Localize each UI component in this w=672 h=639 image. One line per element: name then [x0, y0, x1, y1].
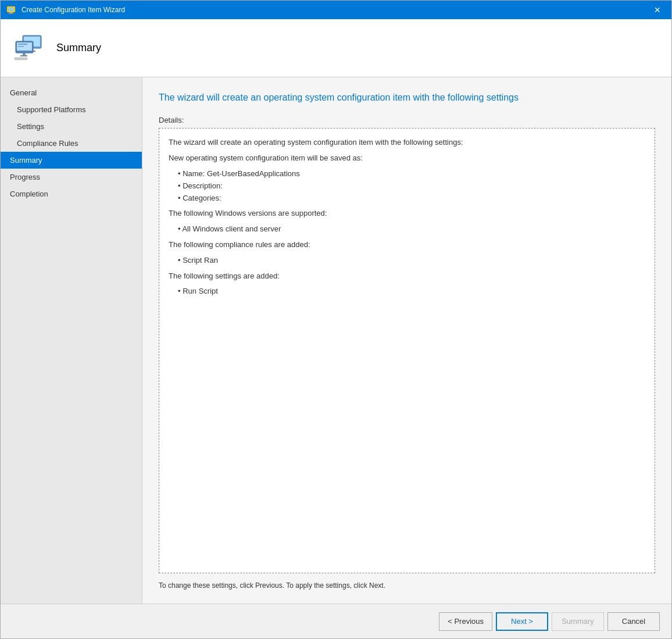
wizard-header-title: Summary: [56, 42, 101, 54]
details-windows-list: All Windows client and server: [178, 223, 645, 235]
list-item: Categories:: [178, 192, 645, 205]
list-item: Script Ran: [178, 255, 645, 267]
svg-rect-1: [8, 8, 14, 11]
details-settings-list: Run Script: [178, 285, 645, 298]
wizard-header: Summary: [1, 19, 671, 77]
summary-button[interactable]: Summary: [552, 612, 604, 631]
sidebar-item-compliance-rules[interactable]: Compliance Rules: [1, 135, 142, 152]
details-new-item-list: Name: Get-UserBasedApplications Descript…: [178, 168, 645, 204]
sidebar-item-settings[interactable]: Settings: [1, 118, 142, 135]
main-title: The wizard will create an operating syst…: [159, 91, 655, 104]
sidebar-item-completion[interactable]: Completion: [1, 185, 142, 202]
sidebar-item-progress[interactable]: Progress: [1, 169, 142, 185]
svg-rect-11: [20, 55, 27, 56]
sidebar: General Supported Platforms Settings Com…: [1, 77, 142, 604]
sidebar-item-general[interactable]: General: [1, 84, 142, 101]
list-item: Name: Get-UserBasedApplications: [178, 168, 645, 180]
sidebar-item-supported-platforms[interactable]: Supported Platforms: [1, 101, 142, 118]
next-button[interactable]: Next >: [496, 612, 548, 631]
svg-rect-3: [8, 13, 14, 14]
svg-rect-13: [18, 44, 27, 45]
details-new-item-label: New operating system configuration item …: [169, 152, 645, 165]
wizard-footer: < Previous Next > Summary Cancel: [1, 604, 671, 638]
previous-button[interactable]: < Previous: [439, 612, 492, 631]
list-item: Run Script: [178, 285, 645, 298]
details-windows-label: The following Windows versions are suppo…: [169, 208, 645, 220]
details-settings-label: The following settings are added:: [169, 270, 645, 283]
main-content: The wizard will create an operating syst…: [142, 77, 671, 604]
sidebar-item-summary[interactable]: Summary: [1, 152, 142, 169]
close-button[interactable]: ✕: [649, 2, 666, 18]
details-label: Details:: [159, 116, 655, 124]
wizard-body: General Supported Platforms Settings Com…: [1, 77, 671, 604]
cancel-button[interactable]: Cancel: [607, 612, 660, 631]
title-bar-text: Create Configuration Item Wizard: [22, 6, 649, 14]
footer-hint: To change these settings, click Previous…: [159, 581, 655, 590]
list-item: All Windows client and server: [178, 223, 645, 235]
svg-rect-10: [23, 53, 26, 55]
details-compliance-label: The following compliance rules are added…: [169, 239, 645, 251]
details-box: The wizard will create an operating syst…: [159, 128, 655, 573]
header-computer-icon: [12, 31, 47, 66]
svg-rect-14: [18, 46, 24, 47]
title-bar: Create Configuration Item Wizard ✕: [1, 1, 671, 19]
wizard-window: Create Configuration Item Wizard ✕ Summa…: [0, 0, 672, 639]
svg-rect-2: [9, 12, 13, 13]
svg-rect-12: [15, 58, 27, 60]
list-item: Description:: [178, 180, 645, 192]
details-intro: The wizard will create an operating syst…: [169, 137, 645, 149]
wizard-title-icon: [6, 5, 17, 15]
details-compliance-list: Script Ran: [178, 255, 645, 267]
